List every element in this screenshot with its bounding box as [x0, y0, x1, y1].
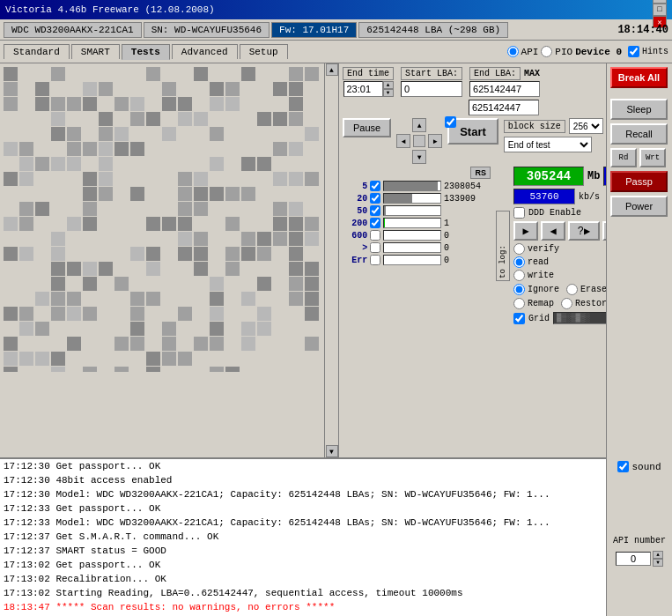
map-cell — [257, 187, 271, 201]
wrt-button[interactable]: Wrt — [639, 148, 666, 167]
drive-info[interactable]: WDC WD3200AAKX-221CA1 — [4, 22, 142, 38]
tab-advanced[interactable]: Advanced — [172, 44, 238, 59]
firmware-info[interactable]: Fw: 17.01H17 — [271, 22, 357, 38]
prog-check-50[interactable] — [370, 205, 380, 216]
log-area[interactable]: 17:12:30 Starting Victoria 4.46b Freewar… — [0, 457, 606, 616]
tab-standard[interactable]: Standard — [4, 44, 70, 59]
prog-check-200[interactable] — [370, 218, 380, 228]
play-button[interactable]: ▶ — [513, 221, 538, 241]
ddd-checkbox[interactable] — [513, 207, 525, 219]
recall-button[interactable]: Recall — [610, 123, 668, 145]
prog-check-5[interactable] — [370, 181, 380, 191]
map-cell — [19, 127, 33, 141]
end-of-test-select[interactable]: End of test Loop — [504, 137, 592, 152]
power-button[interactable]: Power — [610, 196, 668, 217]
api-radio[interactable] — [507, 46, 519, 57]
ignore-radio[interactable] — [513, 284, 525, 295]
api-num-up[interactable]: ▲ — [653, 551, 663, 559]
serial-info[interactable]: SN: WD-WCAYUFU35646 — [144, 22, 270, 38]
map-cell — [162, 352, 176, 366]
map-cell — [194, 307, 208, 321]
api-number-input[interactable] — [616, 552, 651, 566]
map-cell — [257, 112, 271, 126]
rd-button[interactable]: Rd — [610, 148, 637, 167]
passp-button[interactable]: Passp — [610, 171, 668, 192]
map-cell — [130, 352, 144, 366]
map-cell — [162, 142, 176, 156]
tab-tests[interactable]: Tests — [122, 44, 170, 60]
prog-check-err[interactable] — [370, 255, 380, 265]
map-cell — [273, 232, 287, 246]
end-time-up[interactable]: ▲ — [383, 81, 394, 89]
end-time-input[interactable] — [343, 81, 383, 97]
prog-count-20: 133909 — [444, 194, 492, 204]
verify-radio[interactable] — [513, 243, 525, 255]
scroll-up-button[interactable]: ▲ — [326, 63, 338, 76]
read-radio[interactable] — [513, 256, 525, 268]
map-cell — [83, 157, 97, 171]
map-cell — [241, 352, 255, 366]
nav-up-button[interactable]: ▲ — [412, 118, 426, 132]
tab-smart[interactable]: SMART — [71, 44, 120, 59]
write-radio[interactable] — [513, 270, 525, 281]
lba-second-input[interactable] — [469, 100, 539, 115]
map-cell — [67, 142, 81, 156]
map-cell — [178, 262, 192, 276]
playback-row: ▶ ◀ ?▶ ⏭ — [513, 221, 606, 241]
pio-radio[interactable] — [541, 46, 552, 57]
map-cell — [4, 307, 18, 321]
map-cell — [289, 202, 303, 216]
map-cell — [194, 337, 208, 351]
erase-radio[interactable] — [566, 284, 578, 295]
map-cell — [130, 367, 144, 372]
remap-radio[interactable] — [513, 298, 525, 309]
break-all-button[interactable]: Break All — [610, 67, 668, 88]
map-cell — [83, 187, 97, 201]
map-cell — [4, 247, 18, 261]
progress-bars: RS 5 2308054 20 133909 50 — [343, 167, 492, 324]
start-lba-input[interactable] — [401, 81, 462, 97]
step-button[interactable]: ?▶ — [568, 221, 600, 241]
map-canvas — [0, 63, 326, 372]
capacity-info[interactable]: 625142448 LBA (~298 GB) — [358, 22, 508, 38]
map-cell — [273, 187, 287, 201]
hints-checkbox[interactable] — [628, 46, 639, 57]
tab-setup[interactable]: Setup — [240, 44, 288, 59]
restore-radio[interactable] — [561, 298, 572, 309]
rs-button[interactable]: RS — [470, 167, 491, 179]
api-num-down[interactable]: ▼ — [653, 559, 663, 567]
prog-row-gt: > 0 — [343, 242, 492, 253]
sleep-button[interactable]: Sleep — [610, 99, 668, 120]
map-cell — [4, 217, 18, 231]
pause-button[interactable]: Pause — [343, 118, 391, 137]
map-cell — [114, 217, 129, 231]
end-time-down[interactable]: ▼ — [383, 89, 394, 97]
scroll-down-button[interactable]: ▼ — [326, 445, 338, 457]
map-cell — [35, 217, 49, 231]
map-cell — [146, 262, 160, 276]
grid-checkbox[interactable] — [513, 313, 525, 324]
nav-right-button[interactable]: ► — [428, 134, 442, 148]
map-cell — [225, 352, 240, 366]
prog-row-5: 5 2308054 — [343, 181, 492, 191]
nav-left-button[interactable]: ◄ — [396, 134, 410, 148]
maximize-button[interactable]: □ — [653, 4, 667, 16]
nav-checkbox[interactable] — [445, 116, 456, 128]
map-cell — [305, 292, 319, 306]
map-cell — [83, 142, 97, 156]
map-cell — [19, 277, 33, 291]
map-cell — [114, 112, 129, 126]
prog-check-20[interactable] — [370, 193, 380, 204]
map-cell — [83, 322, 97, 336]
block-size-select[interactable]: 256128512 — [569, 118, 603, 134]
prog-check-600[interactable] — [370, 230, 380, 241]
to-log-button[interactable]: to log: — [496, 211, 510, 281]
map-cell — [130, 337, 144, 351]
nav-center[interactable] — [413, 135, 425, 147]
end-lba-input[interactable] — [469, 81, 540, 97]
prog-check-gt[interactable] — [370, 242, 380, 253]
sound-checkbox[interactable] — [617, 461, 629, 472]
back-button[interactable]: ◀ — [541, 221, 565, 241]
map-cell — [99, 82, 113, 96]
nav-down-button[interactable]: ▼ — [412, 150, 426, 164]
